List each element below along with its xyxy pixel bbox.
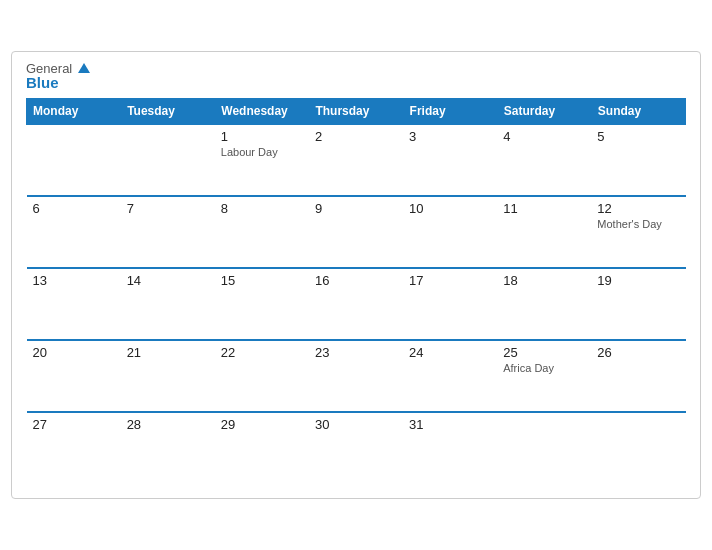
- day-cell: 3: [403, 124, 497, 196]
- day-event: Labour Day: [221, 146, 303, 158]
- day-number: 13: [33, 273, 115, 288]
- week-row-3: 202122232425Africa Day26: [27, 340, 686, 412]
- day-event: Mother's Day: [597, 218, 679, 230]
- day-number: 4: [503, 129, 585, 144]
- header-tuesday: Tuesday: [121, 99, 215, 125]
- day-cell: 16: [309, 268, 403, 340]
- day-cell: 15: [215, 268, 309, 340]
- day-cell: 11: [497, 196, 591, 268]
- day-cell: 22: [215, 340, 309, 412]
- day-cell: 27: [27, 412, 121, 484]
- day-cell: 2: [309, 124, 403, 196]
- day-number: 1: [221, 129, 303, 144]
- day-number: 19: [597, 273, 679, 288]
- day-cell: 25Africa Day: [497, 340, 591, 412]
- day-number: 8: [221, 201, 303, 216]
- day-number: 27: [33, 417, 115, 432]
- day-number: 6: [33, 201, 115, 216]
- calendar-header: General Blue: [26, 62, 686, 90]
- day-cell: 6: [27, 196, 121, 268]
- day-number: 24: [409, 345, 491, 360]
- day-cell: 10: [403, 196, 497, 268]
- logo: General Blue: [26, 62, 90, 90]
- day-cell: 4: [497, 124, 591, 196]
- day-number: 20: [33, 345, 115, 360]
- weekday-header-row: Monday Tuesday Wednesday Thursday Friday…: [27, 99, 686, 125]
- day-cell: 1Labour Day: [215, 124, 309, 196]
- day-cell: 5: [591, 124, 685, 196]
- day-number: 9: [315, 201, 397, 216]
- week-row-2: 13141516171819: [27, 268, 686, 340]
- day-number: 25: [503, 345, 585, 360]
- day-number: 3: [409, 129, 491, 144]
- day-number: 5: [597, 129, 679, 144]
- day-cell: 30: [309, 412, 403, 484]
- day-cell: [27, 124, 121, 196]
- day-cell: 21: [121, 340, 215, 412]
- day-cell: 31: [403, 412, 497, 484]
- day-number: 7: [127, 201, 209, 216]
- day-number: 23: [315, 345, 397, 360]
- day-number: 31: [409, 417, 491, 432]
- day-number: 16: [315, 273, 397, 288]
- day-number: 26: [597, 345, 679, 360]
- day-cell: 29: [215, 412, 309, 484]
- week-row-0: 1Labour Day2345: [27, 124, 686, 196]
- day-cell: 9: [309, 196, 403, 268]
- day-cell: 23: [309, 340, 403, 412]
- day-number: 21: [127, 345, 209, 360]
- day-cell: 19: [591, 268, 685, 340]
- day-cell: 8: [215, 196, 309, 268]
- day-cell: 28: [121, 412, 215, 484]
- header-thursday: Thursday: [309, 99, 403, 125]
- day-number: 11: [503, 201, 585, 216]
- day-cell: 26: [591, 340, 685, 412]
- day-event: Africa Day: [503, 362, 585, 374]
- logo-triangle-icon: [78, 63, 90, 73]
- day-number: 28: [127, 417, 209, 432]
- header-saturday: Saturday: [497, 99, 591, 125]
- day-cell: [497, 412, 591, 484]
- logo-blue-text: Blue: [26, 75, 90, 90]
- calendar-container: General Blue Monday Tuesday Wednesday Th…: [11, 51, 701, 499]
- day-cell: 12Mother's Day: [591, 196, 685, 268]
- header-monday: Monday: [27, 99, 121, 125]
- day-cell: 24: [403, 340, 497, 412]
- day-number: 17: [409, 273, 491, 288]
- day-number: 18: [503, 273, 585, 288]
- day-cell: [121, 124, 215, 196]
- day-number: 14: [127, 273, 209, 288]
- day-number: 22: [221, 345, 303, 360]
- day-cell: 18: [497, 268, 591, 340]
- day-cell: [591, 412, 685, 484]
- day-number: 10: [409, 201, 491, 216]
- header-wednesday: Wednesday: [215, 99, 309, 125]
- header-friday: Friday: [403, 99, 497, 125]
- day-cell: 17: [403, 268, 497, 340]
- week-row-4: 2728293031: [27, 412, 686, 484]
- day-number: 12: [597, 201, 679, 216]
- day-cell: 13: [27, 268, 121, 340]
- day-number: 30: [315, 417, 397, 432]
- day-number: 2: [315, 129, 397, 144]
- header-sunday: Sunday: [591, 99, 685, 125]
- day-number: 15: [221, 273, 303, 288]
- day-cell: 14: [121, 268, 215, 340]
- day-cell: 7: [121, 196, 215, 268]
- day-cell: 20: [27, 340, 121, 412]
- day-number: 29: [221, 417, 303, 432]
- calendar-table: Monday Tuesday Wednesday Thursday Friday…: [26, 98, 686, 484]
- week-row-1: 6789101112Mother's Day: [27, 196, 686, 268]
